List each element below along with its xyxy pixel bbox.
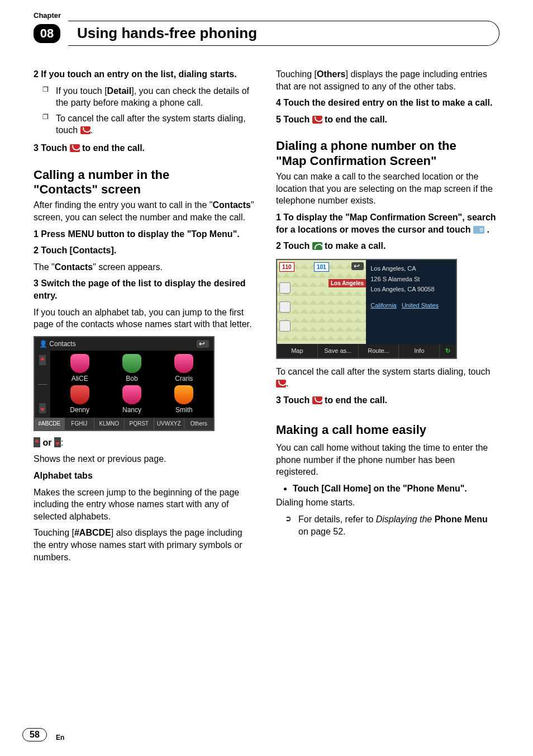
contact-item[interactable]: Bob — [107, 354, 156, 383]
alpha-tab[interactable]: Others — [184, 418, 214, 430]
call-icon — [312, 242, 322, 250]
chapter-label: Chapter — [34, 11, 499, 20]
xref-list: For details, refer to Displaying the Pho… — [276, 513, 499, 537]
hangup-icon — [312, 116, 322, 124]
map-tool-icon[interactable] — [279, 320, 291, 332]
region-link[interactable]: California — [370, 302, 396, 309]
chapter-number-badge: 08 — [34, 24, 60, 43]
hangup-icon — [276, 380, 286, 388]
refresh-icon[interactable]: ↻ — [440, 344, 456, 358]
avatar-icon — [174, 385, 193, 404]
cs-step-1: 1 Press MENU button to display the "Top … — [34, 228, 257, 240]
region-link[interactable]: United States — [402, 302, 439, 309]
step-4: 4 Touch the desired entry on the list to… — [276, 97, 499, 109]
contacts-screenshot: 👤 Contacts AliCE Bob Craris Denny Nanc — [34, 336, 215, 431]
map-zip: Los Angeles, CA 90058 — [370, 285, 451, 294]
map-info-panel: Los Angeles, CA 126 S Alameda St Los Ang… — [366, 260, 456, 344]
others-body: Touching [Others] displays the page incl… — [276, 68, 499, 92]
hangup-icon — [70, 144, 80, 152]
map-side-icons — [279, 282, 291, 332]
contacts-tabs: #ABCDE FGHIJ KLMNO PQRST UVWXYZ Others — [35, 418, 213, 430]
contacts-header: 👤 Contacts — [35, 337, 213, 351]
avatar-icon — [122, 385, 141, 404]
arrows-label: or : — [34, 437, 257, 449]
back-icon[interactable] — [351, 262, 364, 270]
alpha-tab[interactable]: FGHIJ — [65, 418, 95, 430]
avatar-icon — [70, 354, 89, 373]
divider — [38, 384, 47, 385]
hangup-icon — [312, 396, 322, 404]
map-tool-icon[interactable] — [279, 301, 291, 313]
map-screenshot: 110 101 Los Angeles Los Angeles, CA 126 … — [276, 259, 457, 359]
map-canvas[interactable]: 110 101 Los Angeles — [277, 260, 366, 344]
map-address: 126 S Alameda St — [370, 275, 451, 284]
alpha-body: Makes the screen jump to the beginning o… — [34, 486, 257, 523]
map-body: 110 101 Los Angeles Los Angeles, CA 126 … — [277, 260, 456, 344]
calling-body: After finding the entry you want to call… — [34, 199, 257, 223]
contacts-body: AliCE Bob Craris Denny Nancy Smith — [35, 351, 213, 418]
map-tool-icon[interactable] — [279, 282, 291, 294]
bullet-cancel: To cancel the call after the system star… — [56, 112, 257, 136]
footer-button[interactable]: Info — [399, 344, 440, 358]
home-bullet: Touch [Call Home] on the "Phone Menu". — [293, 483, 499, 495]
back-icon[interactable] — [197, 340, 209, 348]
avatar-icon — [122, 354, 141, 373]
heading-dialing-map: Dialing a phone number on the "Map Confi… — [276, 139, 499, 168]
bullet-detail: If you touch [Detail], you can check the… — [56, 85, 257, 109]
alpha-tab[interactable]: UVWXYZ — [154, 418, 184, 430]
step-2-heading: 2 If you touch an entry on the list, dia… — [34, 68, 257, 81]
alpha-tab[interactable]: #ABCDE — [35, 418, 65, 430]
dial-step-1: 1 To display the "Map Confirmation Scree… — [276, 211, 499, 235]
alpha-body-2: Touching [#ABCDE] also displays the page… — [34, 527, 257, 563]
chapter-title-wrap: Using hands-free phoning — [68, 21, 499, 46]
contact-item[interactable]: AliCE — [55, 354, 104, 383]
page-up-icon[interactable] — [39, 355, 46, 365]
info-panel-icon — [473, 226, 484, 234]
map-region: California United States — [370, 301, 451, 310]
columns: 2 If you touch an entry on the list, dia… — [34, 68, 499, 568]
language-code: En — [56, 734, 64, 741]
chapter-title: Using hands-free phoning — [77, 25, 257, 41]
page-up-icon — [34, 437, 40, 447]
contact-item[interactable]: Smith — [159, 385, 209, 414]
footer-button[interactable]: Map — [277, 344, 318, 358]
footer-button[interactable]: Route... — [359, 344, 399, 358]
cs-step-3-body: If you touch an alphabet tab, you can ju… — [34, 306, 257, 330]
contacts-grid: AliCE Bob Craris Denny Nancy Smith — [50, 351, 213, 418]
route-shield-101: 101 — [314, 262, 329, 272]
home-bullet-list: Touch [Call Home] on the "Phone Menu". — [276, 483, 499, 495]
route-shield-110: 110 — [279, 262, 294, 272]
alpha-tabs-heading: Alphabet tabs — [34, 470, 257, 482]
dial-step-3: 3 Touch to end the call. — [276, 394, 499, 407]
alpha-tab[interactable]: KLMNO — [94, 418, 125, 430]
footer-button[interactable]: Save as... — [318, 344, 359, 358]
home-start: Dialing home starts. — [276, 497, 499, 509]
page-down-icon[interactable] — [39, 403, 46, 413]
dial-body: You can make a call to the searched loca… — [276, 171, 499, 207]
cs-step-2: 2 Touch [Contacts]. — [34, 244, 257, 257]
page: Chapter 08 Using hands-free phoning 2 If… — [0, 0, 533, 756]
step-2-bullets: If you touch [Detail], you can check the… — [34, 85, 257, 136]
cancel-body: To cancel the call after the system star… — [276, 366, 499, 390]
contacts-side — [35, 351, 50, 418]
page-number: 58 — [22, 728, 47, 741]
home-body: You can call home without taking the tim… — [276, 442, 499, 478]
step-5: 5 Touch to end the call. — [276, 114, 499, 126]
map-footer: Map Save as... Route... Info ↻ — [277, 344, 456, 358]
map-city-label: Los Angeles — [329, 279, 366, 288]
contacts-title: 👤 Contacts — [39, 339, 76, 348]
hangup-icon — [80, 126, 91, 134]
right-column: Touching [Others] displays the page incl… — [276, 68, 499, 568]
page-down-icon — [54, 437, 61, 447]
alpha-tab[interactable]: PQRST — [125, 418, 155, 430]
arrows-desc: Shows the next or previous page. — [34, 453, 257, 465]
contact-item[interactable]: Craris — [159, 354, 209, 383]
contact-item[interactable]: Denny — [55, 385, 104, 414]
map-city: Los Angeles, CA — [370, 264, 451, 273]
avatar-icon — [70, 385, 89, 404]
left-column: 2 If you touch an entry on the list, dia… — [34, 68, 257, 568]
cs-step-3: 3 Switch the page of the list to display… — [34, 277, 257, 301]
heading-calling-contacts: Calling a number in the "Contacts" scree… — [34, 168, 257, 197]
contact-item[interactable]: Nancy — [107, 385, 156, 414]
cs-step-2-body: The "Contacts" screen appears. — [34, 261, 257, 273]
